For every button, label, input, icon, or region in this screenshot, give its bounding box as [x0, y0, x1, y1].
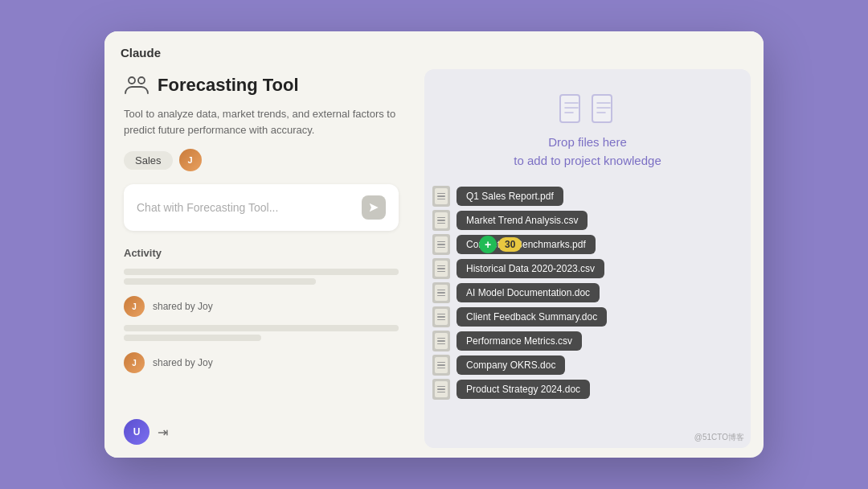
file-item-1-wrapper: Market Trend Analysis.csv + 30	[432, 210, 743, 231]
file-icon-pdf	[432, 186, 450, 207]
tool-description: Tool to analyze data, market trends, and…	[124, 106, 399, 138]
svg-rect-3	[592, 95, 612, 122]
activity-item	[124, 325, 399, 344]
plus-badge: + 30	[479, 236, 522, 253]
file-name-badge[interactable]: Competitor Benchmarks.pdf	[457, 235, 596, 254]
file-icon-csv	[432, 331, 450, 351]
file-name-badge[interactable]: Product Strategy 2024.doc	[457, 380, 590, 399]
tags-row: Sales J	[124, 149, 399, 171]
activity-bar-secondary	[124, 335, 261, 341]
file-item-6: Performance Metrics.csv	[432, 331, 743, 351]
activity-label: shared by Joy	[153, 357, 213, 368]
left-footer: U ⇥	[124, 413, 399, 445]
activity-bar	[124, 325, 399, 331]
file-icon-csv	[432, 258, 450, 279]
file-item-0: Q1 Sales Report.pdf	[432, 186, 743, 207]
file-name-badge[interactable]: Client Feedback Summary.doc	[457, 307, 607, 327]
right-panel: Drop files here to add to project knowle…	[424, 69, 751, 448]
file-name-badge[interactable]: AI Model Documentation.doc	[457, 283, 600, 302]
activity-avatar: J	[124, 352, 145, 373]
activity-section: Activity J shared by Joy	[124, 247, 399, 403]
activity-avatar: J	[124, 296, 145, 317]
drop-text: Drop files here to add to project knowle…	[514, 134, 661, 170]
tool-title: Forecasting Tool	[158, 75, 299, 96]
plus-icon: +	[479, 236, 497, 253]
forecasting-tool-icon	[124, 72, 149, 98]
file-item-3: Historical Data 2020-2023.csv	[432, 258, 743, 279]
top-bar: Claude	[104, 31, 764, 60]
file-name-badge[interactable]: Company OKRS.doc	[457, 355, 565, 375]
send-button[interactable]	[362, 195, 386, 220]
activity-bar-secondary	[124, 278, 316, 285]
file-icon-doc	[432, 355, 450, 376]
drop-icons	[559, 93, 616, 124]
activity-title: Activity	[124, 247, 399, 259]
file-name-badge[interactable]: Performance Metrics.csv	[457, 331, 582, 351]
file-icon-pdf	[432, 234, 450, 255]
file-item-4: AI Model Documentation.doc	[432, 282, 743, 303]
drop-text-line2: to add to project knowledge	[514, 152, 661, 171]
svg-point-1	[138, 77, 145, 84]
activity-label: shared by Joy	[153, 301, 213, 312]
file-icon-doc	[432, 306, 450, 327]
activity-item: J shared by Joy	[124, 352, 399, 373]
file-item-5: Client Feedback Summary.doc	[432, 306, 743, 327]
app-logo: Claude	[121, 46, 161, 60]
activity-bar	[124, 269, 399, 275]
file-name-badge[interactable]: Q1 Sales Report.pdf	[457, 187, 563, 206]
file-item-7: Company OKRS.doc	[432, 355, 743, 376]
left-panel: Forecasting Tool Tool to analyze data, m…	[104, 60, 418, 458]
drop-text-line1: Drop files here	[514, 134, 661, 152]
svg-point-0	[129, 77, 135, 84]
sales-tag: Sales	[124, 151, 173, 170]
activity-item	[124, 269, 399, 288]
activity-bar-wrap	[124, 325, 399, 344]
tool-header: Forecasting Tool	[124, 72, 399, 98]
chat-placeholder-text: Chat with Forecasting Tool...	[137, 201, 362, 214]
activity-bar-wrap	[124, 269, 399, 288]
svg-rect-2	[560, 95, 579, 122]
plus-symbol: +	[485, 238, 491, 251]
user-avatar-tag: J	[179, 149, 202, 171]
file-item-1: Market Trend Analysis.csv	[432, 210, 743, 231]
file-icon-1	[559, 93, 584, 124]
activity-item: J shared by Joy	[124, 296, 399, 317]
file-name-badge[interactable]: Market Trend Analysis.csv	[457, 211, 588, 230]
plus-count: 30	[498, 237, 522, 252]
expand-icon[interactable]: ⇥	[158, 425, 168, 440]
file-item-8: Product Strategy 2024.doc	[432, 379, 743, 400]
main-content: Forecasting Tool Tool to analyze data, m…	[104, 60, 764, 458]
file-icon-doc	[432, 282, 450, 303]
watermark: @51CTO博客	[694, 432, 744, 443]
file-icon-2	[591, 93, 616, 124]
file-name-badge[interactable]: Historical Data 2020-2023.csv	[457, 259, 604, 278]
app-window: Claude Forecasting Tool Tool to analyze …	[104, 31, 764, 458]
drop-zone[interactable]: Drop files here to add to project knowle…	[424, 69, 751, 186]
files-list: Q1 Sales Report.pdf	[424, 186, 751, 448]
file-icon-csv	[432, 210, 450, 231]
file-icon-doc	[432, 379, 450, 400]
footer-avatar: U	[124, 419, 149, 445]
chat-input-area[interactable]: Chat with Forecasting Tool...	[124, 184, 399, 231]
